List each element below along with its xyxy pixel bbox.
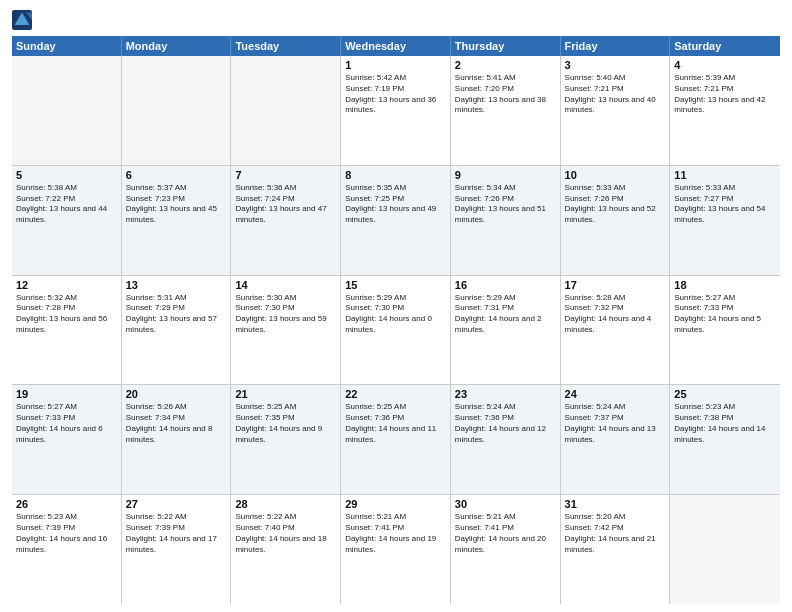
- cal-cell: 20Sunrise: 5:26 AMSunset: 7:34 PMDayligh…: [122, 385, 232, 494]
- cal-cell: 12Sunrise: 5:32 AMSunset: 7:28 PMDayligh…: [12, 276, 122, 385]
- cal-cell: [670, 495, 780, 604]
- day-number: 8: [345, 169, 446, 181]
- cal-cell: 29Sunrise: 5:21 AMSunset: 7:41 PMDayligh…: [341, 495, 451, 604]
- day-number: 6: [126, 169, 227, 181]
- cal-cell: 1Sunrise: 5:42 AMSunset: 7:19 PMDaylight…: [341, 56, 451, 165]
- cal-cell: 26Sunrise: 5:23 AMSunset: 7:39 PMDayligh…: [12, 495, 122, 604]
- cell-info: Sunrise: 5:23 AMSunset: 7:39 PMDaylight:…: [16, 512, 117, 555]
- calendar-header-row: SundayMondayTuesdayWednesdayThursdayFrid…: [12, 36, 780, 56]
- cell-info: Sunrise: 5:29 AMSunset: 7:31 PMDaylight:…: [455, 293, 556, 336]
- day-number: 9: [455, 169, 556, 181]
- cell-info: Sunrise: 5:36 AMSunset: 7:24 PMDaylight:…: [235, 183, 336, 226]
- cal-cell: 4Sunrise: 5:39 AMSunset: 7:21 PMDaylight…: [670, 56, 780, 165]
- day-number: 15: [345, 279, 446, 291]
- cell-info: Sunrise: 5:35 AMSunset: 7:25 PMDaylight:…: [345, 183, 446, 226]
- cal-cell: 17Sunrise: 5:28 AMSunset: 7:32 PMDayligh…: [561, 276, 671, 385]
- day-number: 21: [235, 388, 336, 400]
- day-number: 10: [565, 169, 666, 181]
- day-number: 14: [235, 279, 336, 291]
- cal-cell: [122, 56, 232, 165]
- cal-cell: 11Sunrise: 5:33 AMSunset: 7:27 PMDayligh…: [670, 166, 780, 275]
- day-number: 19: [16, 388, 117, 400]
- cal-cell: 28Sunrise: 5:22 AMSunset: 7:40 PMDayligh…: [231, 495, 341, 604]
- col-header-monday: Monday: [122, 36, 232, 56]
- cal-cell: 13Sunrise: 5:31 AMSunset: 7:29 PMDayligh…: [122, 276, 232, 385]
- cell-info: Sunrise: 5:27 AMSunset: 7:33 PMDaylight:…: [16, 402, 117, 445]
- day-number: 29: [345, 498, 446, 510]
- cell-info: Sunrise: 5:22 AMSunset: 7:40 PMDaylight:…: [235, 512, 336, 555]
- day-number: 1: [345, 59, 446, 71]
- cell-info: Sunrise: 5:25 AMSunset: 7:35 PMDaylight:…: [235, 402, 336, 445]
- cell-info: Sunrise: 5:25 AMSunset: 7:36 PMDaylight:…: [345, 402, 446, 445]
- day-number: 26: [16, 498, 117, 510]
- cell-info: Sunrise: 5:39 AMSunset: 7:21 PMDaylight:…: [674, 73, 776, 116]
- cal-cell: 18Sunrise: 5:27 AMSunset: 7:33 PMDayligh…: [670, 276, 780, 385]
- cell-info: Sunrise: 5:42 AMSunset: 7:19 PMDaylight:…: [345, 73, 446, 116]
- week-row-1: 1Sunrise: 5:42 AMSunset: 7:19 PMDaylight…: [12, 56, 780, 166]
- cell-info: Sunrise: 5:21 AMSunset: 7:41 PMDaylight:…: [455, 512, 556, 555]
- day-number: 2: [455, 59, 556, 71]
- cell-info: Sunrise: 5:38 AMSunset: 7:22 PMDaylight:…: [16, 183, 117, 226]
- day-number: 31: [565, 498, 666, 510]
- day-number: 27: [126, 498, 227, 510]
- cell-info: Sunrise: 5:22 AMSunset: 7:39 PMDaylight:…: [126, 512, 227, 555]
- cell-info: Sunrise: 5:32 AMSunset: 7:28 PMDaylight:…: [16, 293, 117, 336]
- day-number: 22: [345, 388, 446, 400]
- cell-info: Sunrise: 5:37 AMSunset: 7:23 PMDaylight:…: [126, 183, 227, 226]
- cal-cell: 30Sunrise: 5:21 AMSunset: 7:41 PMDayligh…: [451, 495, 561, 604]
- logo: [12, 10, 36, 30]
- day-number: 24: [565, 388, 666, 400]
- cal-cell: 25Sunrise: 5:23 AMSunset: 7:38 PMDayligh…: [670, 385, 780, 494]
- col-header-sunday: Sunday: [12, 36, 122, 56]
- cal-cell: 22Sunrise: 5:25 AMSunset: 7:36 PMDayligh…: [341, 385, 451, 494]
- cal-cell: 2Sunrise: 5:41 AMSunset: 7:20 PMDaylight…: [451, 56, 561, 165]
- day-number: 11: [674, 169, 776, 181]
- cell-info: Sunrise: 5:24 AMSunset: 7:36 PMDaylight:…: [455, 402, 556, 445]
- calendar: SundayMondayTuesdayWednesdayThursdayFrid…: [12, 36, 780, 604]
- cal-cell: 27Sunrise: 5:22 AMSunset: 7:39 PMDayligh…: [122, 495, 232, 604]
- week-row-2: 5Sunrise: 5:38 AMSunset: 7:22 PMDaylight…: [12, 166, 780, 276]
- col-header-tuesday: Tuesday: [231, 36, 341, 56]
- cell-info: Sunrise: 5:26 AMSunset: 7:34 PMDaylight:…: [126, 402, 227, 445]
- cell-info: Sunrise: 5:20 AMSunset: 7:42 PMDaylight:…: [565, 512, 666, 555]
- cal-cell: 31Sunrise: 5:20 AMSunset: 7:42 PMDayligh…: [561, 495, 671, 604]
- cell-info: Sunrise: 5:30 AMSunset: 7:30 PMDaylight:…: [235, 293, 336, 336]
- week-row-4: 19Sunrise: 5:27 AMSunset: 7:33 PMDayligh…: [12, 385, 780, 495]
- page: SundayMondayTuesdayWednesdayThursdayFrid…: [0, 0, 792, 612]
- day-number: 20: [126, 388, 227, 400]
- day-number: 4: [674, 59, 776, 71]
- cell-info: Sunrise: 5:23 AMSunset: 7:38 PMDaylight:…: [674, 402, 776, 445]
- cal-cell: 16Sunrise: 5:29 AMSunset: 7:31 PMDayligh…: [451, 276, 561, 385]
- cell-info: Sunrise: 5:29 AMSunset: 7:30 PMDaylight:…: [345, 293, 446, 336]
- cal-cell: 8Sunrise: 5:35 AMSunset: 7:25 PMDaylight…: [341, 166, 451, 275]
- cell-info: Sunrise: 5:31 AMSunset: 7:29 PMDaylight:…: [126, 293, 227, 336]
- cell-info: Sunrise: 5:27 AMSunset: 7:33 PMDaylight:…: [674, 293, 776, 336]
- col-header-wednesday: Wednesday: [341, 36, 451, 56]
- cal-cell: 21Sunrise: 5:25 AMSunset: 7:35 PMDayligh…: [231, 385, 341, 494]
- cell-info: Sunrise: 5:33 AMSunset: 7:27 PMDaylight:…: [674, 183, 776, 226]
- cell-info: Sunrise: 5:33 AMSunset: 7:26 PMDaylight:…: [565, 183, 666, 226]
- day-number: 25: [674, 388, 776, 400]
- cal-cell: 14Sunrise: 5:30 AMSunset: 7:30 PMDayligh…: [231, 276, 341, 385]
- header: [12, 10, 780, 30]
- logo-icon: [12, 10, 32, 30]
- cal-cell: [12, 56, 122, 165]
- cal-cell: 7Sunrise: 5:36 AMSunset: 7:24 PMDaylight…: [231, 166, 341, 275]
- col-header-friday: Friday: [561, 36, 671, 56]
- cal-cell: 3Sunrise: 5:40 AMSunset: 7:21 PMDaylight…: [561, 56, 671, 165]
- col-header-thursday: Thursday: [451, 36, 561, 56]
- cell-info: Sunrise: 5:28 AMSunset: 7:32 PMDaylight:…: [565, 293, 666, 336]
- day-number: 28: [235, 498, 336, 510]
- day-number: 30: [455, 498, 556, 510]
- day-number: 16: [455, 279, 556, 291]
- week-row-5: 26Sunrise: 5:23 AMSunset: 7:39 PMDayligh…: [12, 495, 780, 604]
- cal-cell: 24Sunrise: 5:24 AMSunset: 7:37 PMDayligh…: [561, 385, 671, 494]
- cell-info: Sunrise: 5:21 AMSunset: 7:41 PMDaylight:…: [345, 512, 446, 555]
- calendar-body: 1Sunrise: 5:42 AMSunset: 7:19 PMDaylight…: [12, 56, 780, 604]
- day-number: 17: [565, 279, 666, 291]
- day-number: 18: [674, 279, 776, 291]
- cal-cell: 23Sunrise: 5:24 AMSunset: 7:36 PMDayligh…: [451, 385, 561, 494]
- cal-cell: 10Sunrise: 5:33 AMSunset: 7:26 PMDayligh…: [561, 166, 671, 275]
- cal-cell: 5Sunrise: 5:38 AMSunset: 7:22 PMDaylight…: [12, 166, 122, 275]
- week-row-3: 12Sunrise: 5:32 AMSunset: 7:28 PMDayligh…: [12, 276, 780, 386]
